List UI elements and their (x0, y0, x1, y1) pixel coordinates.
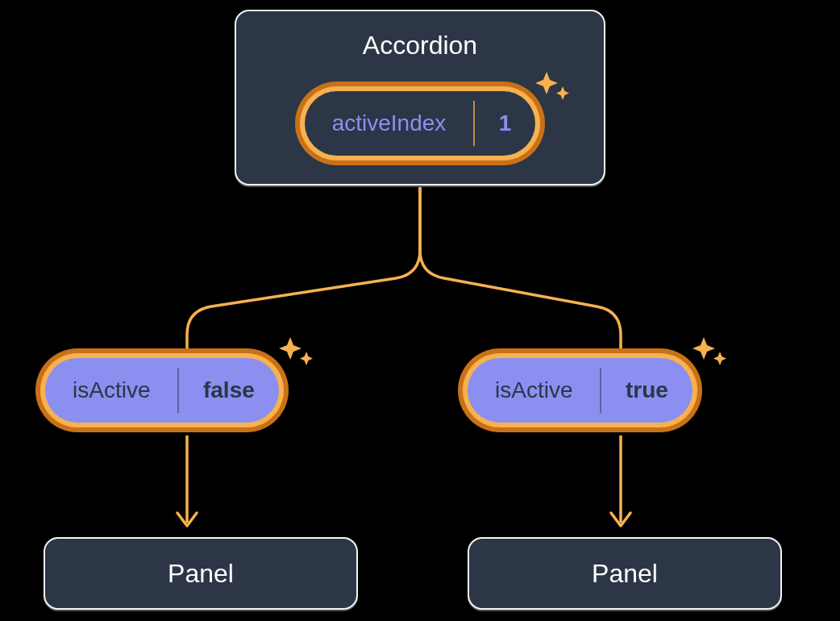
pill-divider (600, 368, 601, 413)
state-pill-activeindex: activeIndex 1 (295, 81, 546, 165)
pill-divider (473, 101, 475, 146)
pill-value: 1 (475, 91, 536, 156)
prop-pill-left: isActive false (35, 348, 289, 432)
pill-value: true (601, 358, 692, 423)
sparkle-icon (691, 334, 730, 373)
pill-value: false (179, 358, 279, 423)
accordion-title: Accordion (363, 31, 477, 60)
pill-label: isActive (45, 358, 177, 423)
pill-label: isActive (468, 358, 600, 423)
panel-title: Panel (168, 559, 234, 589)
sparkle-icon (534, 69, 572, 107)
pill-label: activeIndex (305, 91, 474, 156)
panel-node-right: Panel (468, 537, 782, 610)
pill-divider (177, 368, 179, 413)
diagram: Accordion activeIndex 1 isActive (0, 0, 840, 621)
prop-pill-right: isActive true (458, 348, 702, 432)
panel-title: Panel (592, 559, 658, 589)
sparkle-icon (277, 334, 316, 373)
accordion-node: Accordion activeIndex 1 (235, 10, 605, 185)
panel-node-left: Panel (44, 537, 358, 610)
